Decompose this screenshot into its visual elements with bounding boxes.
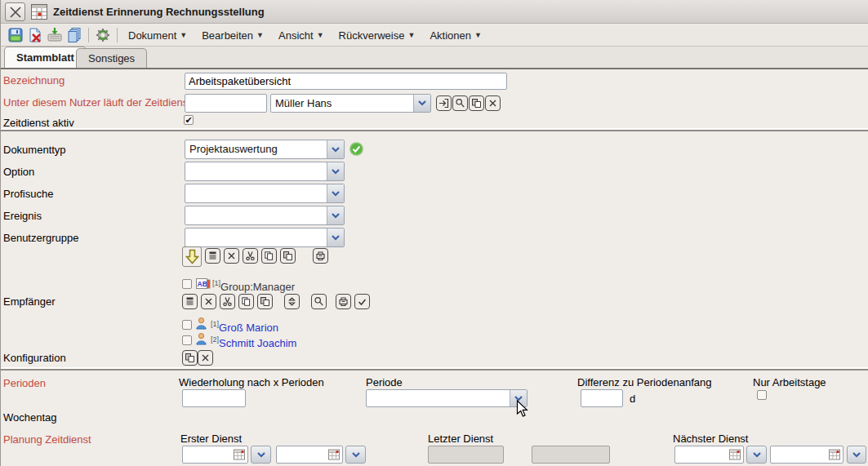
- label-dokumenttyp: Dokumenttyp: [3, 144, 66, 156]
- print-icon[interactable]: [313, 248, 328, 264]
- cut-icon[interactable]: [243, 248, 258, 264]
- copy-stack-icon[interactable]: [65, 26, 84, 44]
- nutzer-input[interactable]: [185, 94, 267, 113]
- aktiv-checkbox[interactable]: ✔: [184, 115, 194, 125]
- section-divider: [1, 367, 868, 371]
- recipient-checkbox[interactable]: [182, 335, 192, 345]
- naechster-dienst-time-chevron[interactable]: [746, 446, 767, 464]
- bezeichnung-input[interactable]: [185, 73, 507, 90]
- group-item[interactable]: [1]Group:Manager: [212, 279, 295, 293]
- chevron-down-icon: ▼: [407, 31, 415, 39]
- label-arbeitstage: Nur Arbeitstage: [753, 376, 826, 388]
- page-title: Zeitdienst Erinnerung Rechnungsstellung: [53, 6, 265, 18]
- clear-icon[interactable]: [485, 95, 501, 111]
- person-icon: [195, 317, 207, 330]
- benutzergruppe-dropdown[interactable]: [185, 228, 345, 247]
- recipient-item[interactable]: [1]Groß Marion: [211, 320, 278, 334]
- ereignis-dropdown[interactable]: [185, 206, 345, 225]
- chevron-down-icon[interactable]: [413, 95, 430, 112]
- document-type-icon: [31, 4, 47, 20]
- arbeitstage-checkbox[interactable]: [757, 390, 767, 400]
- naechster-dienst-date-input-2[interactable]: [770, 446, 844, 464]
- cut-icon[interactable]: [220, 294, 235, 309]
- paste-icon[interactable]: [257, 294, 273, 309]
- clear-icon[interactable]: [198, 350, 213, 366]
- add-group-arrow-icon[interactable]: [182, 246, 202, 267]
- calendar-icon: [328, 449, 341, 460]
- wiederholung-input[interactable]: [182, 389, 246, 407]
- chevron-down-icon[interactable]: [327, 206, 344, 224]
- search-icon[interactable]: [311, 294, 327, 309]
- chevron-down-icon: ▼: [256, 31, 264, 39]
- naechster-dienst-time-chevron-2[interactable]: [847, 446, 866, 464]
- naechster-dienst-date-input[interactable]: [674, 446, 744, 464]
- group-item-checkbox[interactable]: [182, 279, 192, 289]
- chevron-down-icon[interactable]: [327, 229, 344, 246]
- checkin-icon[interactable]: [45, 26, 65, 44]
- calendar-icon: [829, 449, 841, 460]
- svg-text:AB: AB: [198, 280, 207, 288]
- recipient-checkbox[interactable]: [182, 320, 192, 330]
- open-document-icon[interactable]: [436, 95, 452, 111]
- label-wiederholung: Wiederholung nach x Perioden: [179, 376, 324, 388]
- paste-icon[interactable]: [182, 350, 198, 366]
- copy-icon[interactable]: [238, 294, 254, 309]
- label-konfiguration: Konfiguration: [3, 352, 66, 364]
- menu-dokument[interactable]: Dokument▼: [128, 29, 187, 42]
- label-profisuche: Profisuche: [3, 188, 53, 200]
- print-icon[interactable]: [336, 294, 351, 309]
- label-nutzer: Unter diesem Nutzer läuft der Zeitdienst: [3, 96, 191, 109]
- menu-ansicht[interactable]: Ansicht▼: [278, 29, 324, 42]
- toolbar-separator: [88, 28, 89, 42]
- letzter-dienst-input: [428, 446, 504, 464]
- label-wochentag: Wochentag: [3, 411, 57, 424]
- label-erster-dienst: Erster Dienst: [180, 433, 242, 445]
- sort-icon[interactable]: [284, 294, 300, 309]
- group-icon: AB: [196, 278, 211, 289]
- valid-check-icon: [349, 142, 363, 156]
- form-area: Bezeichnung Unter diesem Nutzer läuft de…: [1, 69, 868, 466]
- menu-aktionen[interactable]: Aktionen▼: [430, 29, 482, 42]
- remove-icon[interactable]: [224, 248, 239, 264]
- label-differenz: Differenz zu Periodenanfang: [577, 376, 712, 388]
- paste-icon[interactable]: [469, 95, 484, 111]
- search-icon[interactable]: [452, 95, 468, 111]
- tab-stammblatt[interactable]: Stammblatt: [4, 47, 87, 68]
- close-icon[interactable]: [5, 2, 25, 21]
- erster-dienst-date-input[interactable]: [182, 446, 248, 464]
- periode-dropdown[interactable]: [366, 389, 527, 407]
- label-perioden: Perioden: [3, 377, 46, 389]
- save-icon[interactable]: [6, 26, 25, 44]
- select-all-icon[interactable]: [182, 294, 198, 309]
- copy-icon[interactable]: [261, 248, 277, 264]
- option-dropdown[interactable]: [185, 162, 345, 181]
- toolbar-separator: [117, 28, 118, 42]
- confirm-icon[interactable]: [354, 294, 370, 309]
- delete-document-icon[interactable]: [25, 26, 45, 44]
- chevron-down-icon[interactable]: [327, 162, 344, 180]
- menu-bearbeiten[interactable]: Bearbeiten▼: [202, 29, 264, 42]
- gear-refresh-icon[interactable]: [93, 26, 113, 44]
- tab-sonstiges[interactable]: Sonstiges: [76, 48, 147, 68]
- paste-icon[interactable]: [280, 248, 296, 264]
- label-empfaenger: Empfänger: [3, 295, 56, 308]
- calendar-icon: [729, 449, 741, 460]
- menu-rueckverweise[interactable]: Rückverweise▼: [339, 29, 416, 42]
- select-all-icon[interactable]: [205, 248, 220, 264]
- dokumenttyp-dropdown[interactable]: Projektauswertung: [185, 140, 345, 159]
- erster-dienst-time-chevron-2[interactable]: [345, 446, 366, 464]
- chevron-down-icon[interactable]: [510, 390, 527, 406]
- differenz-input[interactable]: [581, 389, 623, 407]
- profisuche-dropdown[interactable]: [185, 184, 345, 203]
- menu-bar: Dokument▼ Bearbeiten▼ Ansicht▼ Rückverwe…: [128, 29, 482, 42]
- app-window: Zeitdienst Erinnerung Rechnungsstellung: [0, 0, 868, 466]
- differenz-unit: d: [630, 393, 635, 405]
- chevron-down-icon[interactable]: [327, 184, 344, 202]
- chevron-down-icon[interactable]: [327, 140, 344, 158]
- remove-icon[interactable]: [201, 294, 216, 309]
- chevron-down-icon: ▼: [180, 31, 187, 39]
- erster-dienst-time-chevron[interactable]: [251, 446, 271, 464]
- nutzer-dropdown[interactable]: Müller Hans: [270, 94, 431, 113]
- recipient-item[interactable]: [2]Schmitt Joachim: [211, 335, 296, 349]
- erster-dienst-date-input-2[interactable]: [276, 446, 343, 464]
